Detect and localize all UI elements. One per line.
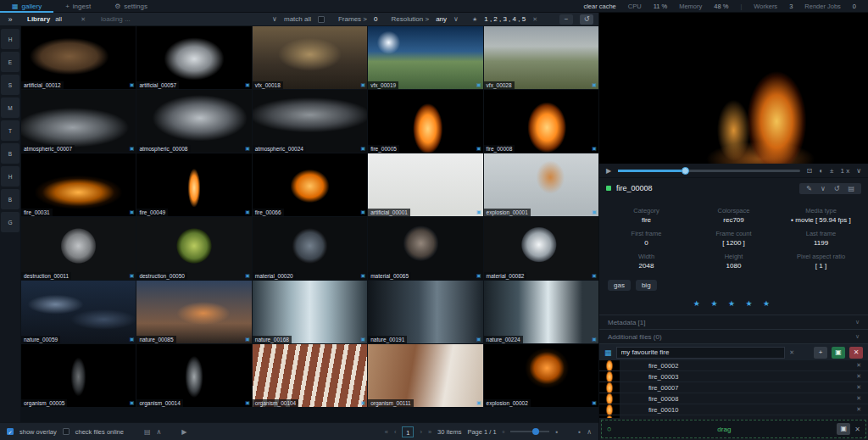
asset-thumbnail[interactable]: material_00065 ▣ xyxy=(368,217,482,280)
category-shortcut-button[interactable]: H xyxy=(1,29,19,49)
asset-thumbnail[interactable]: explosion_00002 ▣ xyxy=(484,344,598,407)
playlist-item[interactable]: fire_00011 ✕ xyxy=(599,415,868,418)
prev-page-icon[interactable]: ‹ xyxy=(394,428,397,436)
category-shortcut-button[interactable]: B xyxy=(1,189,19,209)
playlist-item[interactable]: fire_00002 ✕ xyxy=(599,360,868,371)
clear-library-icon[interactable]: ✕ xyxy=(81,16,86,23)
resolution-filter-value[interactable]: any xyxy=(436,15,447,23)
playlist-name-input[interactable] xyxy=(616,347,786,359)
fullscreen-icon[interactable]: ⊡ xyxy=(807,167,813,175)
asset-thumbnail[interactable]: organism_00014 ▣ xyxy=(136,344,251,407)
timeline-slider[interactable] xyxy=(618,170,799,172)
remove-from-playlist-icon[interactable]: ✕ xyxy=(856,373,861,380)
display-mode-icon[interactable]: ◐ xyxy=(819,167,823,175)
caret-up-icon[interactable]: ∧ xyxy=(156,428,161,436)
category-shortcut-button[interactable]: B xyxy=(1,143,19,164)
category-shortcut-button[interactable]: E xyxy=(1,52,19,72)
asset-thumbnail[interactable]: material_00020 ▣ xyxy=(253,217,367,280)
resolution-chevron-icon[interactable]: ∨ xyxy=(453,15,459,23)
exposure-icon[interactable]: ± xyxy=(830,167,833,175)
frames-filter-value[interactable]: 0 xyxy=(374,15,377,23)
tab-settings[interactable]: ⚙ settings xyxy=(103,0,159,13)
clear-playlist-name-icon[interactable]: ✕ xyxy=(789,349,794,356)
resolution-filter-label[interactable]: Resolution > xyxy=(391,15,429,23)
asset-thumbnail[interactable]: nature_00224 ▣ xyxy=(484,281,598,343)
show-overlay-checkbox[interactable]: ✓ xyxy=(7,428,14,435)
asset-thumbnail[interactable]: fire_00008 ▣ xyxy=(484,90,598,153)
asset-thumbnail[interactable]: nature_00085 ▣ xyxy=(136,281,251,343)
library-value[interactable]: all xyxy=(55,15,62,23)
collapse-filters-icon[interactable]: ∨ xyxy=(272,15,277,23)
preview-viewport[interactable] xyxy=(599,13,868,164)
asset-thumbnail[interactable]: fire_00005 ▣ xyxy=(368,90,482,153)
match-all-checkbox[interactable] xyxy=(318,16,325,23)
rating-stars[interactable]: ★ ★ ★ ★ ★ xyxy=(599,294,868,315)
first-page-icon[interactable]: « xyxy=(385,428,388,436)
asset-thumbnail[interactable]: artificial_00001 ▣ xyxy=(368,153,482,216)
timeline-knob[interactable] xyxy=(682,167,689,175)
play-icon[interactable]: ▶ xyxy=(606,167,611,175)
remove-from-playlist-icon[interactable]: ✕ xyxy=(856,384,861,391)
star-filter-values[interactable]: 1 , 2 , 3 , 4 , 5 xyxy=(484,15,526,23)
collapse-button[interactable]: − xyxy=(559,14,573,25)
asset-thumbnail[interactable]: atmospheric_00008 ▣ xyxy=(136,90,251,153)
delete-playlist-button[interactable]: ✕ xyxy=(849,347,863,359)
asset-thumbnail[interactable]: vfx_00019 ▣ xyxy=(368,26,482,89)
asset-thumbnail[interactable]: organism_00111 ▣ xyxy=(368,344,482,407)
category-shortcut-button[interactable]: M xyxy=(1,97,19,118)
playlist-grid-icon[interactable]: ▦ xyxy=(604,348,612,357)
play-all-icon[interactable]: ▶ xyxy=(181,428,186,436)
frames-filter-label[interactable]: Frames > xyxy=(338,15,367,23)
expand-sidebar-icon[interactable]: » xyxy=(0,15,20,24)
asset-thumbnail[interactable]: artificial_00057 ▣ xyxy=(136,26,251,89)
transport-chevron-icon[interactable]: ∨ xyxy=(856,167,861,175)
remove-from-playlist-icon[interactable]: ✕ xyxy=(856,417,861,418)
asset-thumbnail[interactable]: fire_00049 ▣ xyxy=(136,153,251,216)
preview-toggle-icon[interactable]: ▪ xyxy=(578,428,581,436)
category-shortcut-button[interactable]: G xyxy=(1,212,19,232)
tab-ingest[interactable]: + ingest xyxy=(53,0,103,13)
page-number-input[interactable]: 1 xyxy=(402,426,414,437)
thumb-size-large-icon[interactable]: ▪ xyxy=(555,428,558,436)
asset-thumbnail[interactable]: artificial_00012 ▣ xyxy=(21,26,136,89)
remove-from-playlist-icon[interactable]: ✕ xyxy=(856,395,861,402)
playlist-item[interactable]: fire_00003 ✕ xyxy=(599,371,868,382)
folder-icon[interactable]: ▤ xyxy=(844,185,858,192)
tag-chip[interactable]: big xyxy=(636,280,657,291)
asset-thumbnail[interactable]: nature_00168 ▣ xyxy=(253,281,367,343)
playback-speed[interactable]: 1 x xyxy=(840,167,849,175)
asset-thumbnail[interactable]: explosion_00001 ▣ xyxy=(484,153,598,216)
category-shortcut-button[interactable]: H xyxy=(1,166,19,187)
remove-from-playlist-icon[interactable]: ✕ xyxy=(856,362,861,369)
drop-zone[interactable]: ○ drag ▣ ✕ xyxy=(601,420,866,438)
asset-thumbnail[interactable]: organism_00104 ▣ xyxy=(253,344,367,407)
check-files-checkbox[interactable] xyxy=(63,428,70,435)
asset-thumbnail[interactable]: atmospheric_00024 ▣ xyxy=(253,90,367,153)
asset-thumbnail[interactable]: fire_00031 ▣ xyxy=(21,153,136,216)
playlist-item[interactable]: fire_00007 ✕ xyxy=(599,382,868,393)
copy-playlist-button[interactable]: ▣ xyxy=(837,423,850,435)
thumb-size-small-icon[interactable]: ▫ xyxy=(503,428,505,436)
clear-cache-button[interactable]: clear cache xyxy=(583,3,615,10)
asset-thumbnail[interactable]: nature_00191 ▣ xyxy=(368,281,482,343)
clear-stars-icon[interactable]: ✕ xyxy=(532,16,537,23)
last-page-icon[interactable]: » xyxy=(428,428,431,436)
asset-thumbnail[interactable]: destruction_00011 ▣ xyxy=(21,217,136,280)
panel-collapse-icon[interactable]: ∧ xyxy=(587,428,592,436)
asset-thumbnail[interactable]: atmospheric_00007 ▣ xyxy=(21,90,136,153)
remove-from-playlist-icon[interactable]: ✕ xyxy=(856,406,861,413)
thumb-size-slider[interactable] xyxy=(510,431,549,432)
save-playlist-button[interactable]: ▣ xyxy=(832,347,845,359)
star-filter-icon[interactable]: ★ xyxy=(472,16,477,23)
edit-icon[interactable]: ✎ xyxy=(803,185,815,192)
category-shortcut-button[interactable]: S xyxy=(1,75,19,95)
reset-filters-button[interactable]: ↺ xyxy=(580,14,593,25)
close-drop-zone-icon[interactable]: ✕ xyxy=(854,426,860,433)
asset-thumbnail[interactable]: material_00082 ▣ xyxy=(484,217,598,280)
next-page-icon[interactable]: › xyxy=(420,428,422,436)
add-to-playlist-button[interactable]: + xyxy=(814,347,827,359)
section-additional-files[interactable]: Additional files (0) ∨ xyxy=(599,329,868,343)
asset-thumbnail[interactable]: organism_00005 ▣ xyxy=(21,344,136,407)
reload-icon[interactable]: ↺ xyxy=(831,185,843,192)
section-metadata[interactable]: Metadata [1] ∨ xyxy=(599,315,868,329)
